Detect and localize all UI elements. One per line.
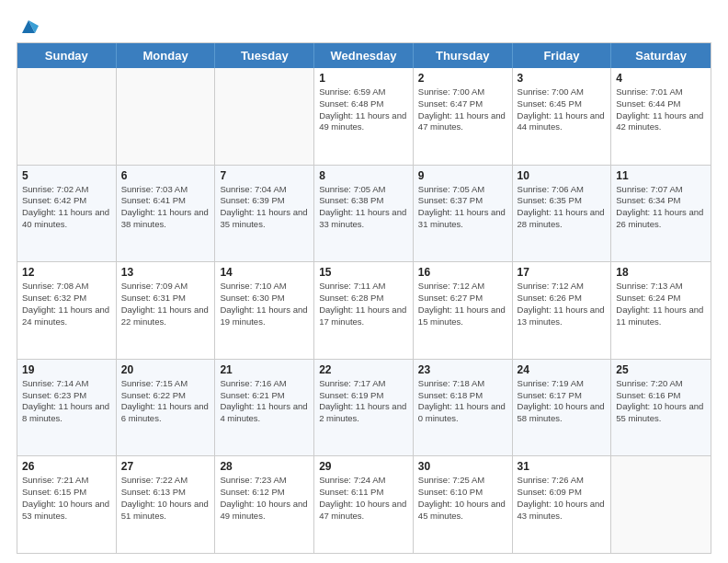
calendar-header-cell: Wednesday — [314, 43, 414, 68]
calendar-day-cell: 19Sunrise: 7:14 AM Sunset: 6:23 PM Dayli… — [17, 360, 117, 456]
calendar-day-cell: 1Sunrise: 6:59 AM Sunset: 6:48 PM Daylig… — [314, 68, 414, 165]
day-number: 22 — [319, 363, 408, 376]
calendar-day-cell: 27Sunrise: 7:22 AM Sunset: 6:13 PM Dayli… — [117, 456, 216, 553]
day-number: 5 — [22, 169, 111, 182]
calendar-day-cell: 10Sunrise: 7:06 AM Sunset: 6:35 PM Dayli… — [513, 166, 612, 262]
day-number: 16 — [418, 266, 507, 279]
calendar-header-cell: Thursday — [414, 43, 513, 68]
calendar-day-cell: 7Sunrise: 7:04 AM Sunset: 6:39 PM Daylig… — [215, 166, 314, 262]
day-number: 31 — [518, 460, 607, 473]
calendar-header-cell: Monday — [117, 43, 216, 68]
calendar-day-cell: 5Sunrise: 7:02 AM Sunset: 6:42 PM Daylig… — [17, 166, 117, 262]
day-number: 29 — [319, 460, 408, 473]
day-number: 30 — [418, 460, 507, 473]
day-info: Sunrise: 7:04 AM Sunset: 6:39 PM Dayligh… — [220, 184, 309, 231]
day-number: 14 — [220, 266, 309, 279]
day-info: Sunrise: 7:16 AM Sunset: 6:21 PM Dayligh… — [220, 378, 309, 425]
day-info: Sunrise: 7:08 AM Sunset: 6:32 PM Dayligh… — [22, 281, 111, 327]
day-info: Sunrise: 7:00 AM Sunset: 6:45 PM Dayligh… — [518, 86, 607, 133]
day-info: Sunrise: 7:05 AM Sunset: 6:38 PM Dayligh… — [319, 184, 408, 231]
day-info: Sunrise: 7:24 AM Sunset: 6:11 PM Dayligh… — [319, 475, 408, 522]
calendar-week: 1Sunrise: 6:59 AM Sunset: 6:48 PM Daylig… — [17, 68, 711, 165]
day-info: Sunrise: 7:11 AM Sunset: 6:28 PM Dayligh… — [319, 281, 408, 327]
day-info: Sunrise: 7:05 AM Sunset: 6:37 PM Dayligh… — [418, 184, 507, 231]
calendar: SundayMondayTuesdayWednesdayThursdayFrid… — [17, 42, 711, 554]
day-number: 2 — [418, 72, 507, 85]
calendar-header-cell: Sunday — [17, 43, 117, 68]
day-info: Sunrise: 7:22 AM Sunset: 6:13 PM Dayligh… — [121, 475, 210, 522]
calendar-day-cell: 23Sunrise: 7:18 AM Sunset: 6:18 PM Dayli… — [414, 360, 513, 456]
day-number: 25 — [616, 363, 706, 376]
day-number: 24 — [518, 363, 607, 376]
calendar-week: 5Sunrise: 7:02 AM Sunset: 6:42 PM Daylig… — [17, 165, 711, 262]
calendar-day-cell: 22Sunrise: 7:17 AM Sunset: 6:19 PM Dayli… — [314, 360, 414, 456]
day-number: 26 — [22, 460, 111, 473]
calendar-day-cell: 21Sunrise: 7:16 AM Sunset: 6:21 PM Dayli… — [215, 360, 314, 456]
day-number: 4 — [616, 72, 706, 85]
day-info: Sunrise: 7:10 AM Sunset: 6:30 PM Dayligh… — [220, 281, 309, 327]
day-info: Sunrise: 7:18 AM Sunset: 6:18 PM Dayligh… — [418, 378, 507, 425]
calendar-day-cell: 31Sunrise: 7:26 AM Sunset: 6:09 PM Dayli… — [513, 456, 612, 553]
day-info: Sunrise: 7:20 AM Sunset: 6:16 PM Dayligh… — [616, 378, 706, 425]
day-info: Sunrise: 7:25 AM Sunset: 6:10 PM Dayligh… — [418, 475, 507, 522]
calendar-day-cell: 12Sunrise: 7:08 AM Sunset: 6:32 PM Dayli… — [17, 262, 117, 359]
day-number: 10 — [518, 169, 607, 182]
day-info: Sunrise: 7:02 AM Sunset: 6:42 PM Dayligh… — [22, 184, 111, 231]
day-info: Sunrise: 7:21 AM Sunset: 6:15 PM Dayligh… — [22, 475, 111, 522]
calendar-day-cell: 11Sunrise: 7:07 AM Sunset: 6:34 PM Dayli… — [611, 166, 711, 262]
calendar-day-cell: 16Sunrise: 7:12 AM Sunset: 6:27 PM Dayli… — [414, 262, 513, 359]
calendar-empty-cell — [215, 68, 314, 165]
day-info: Sunrise: 7:19 AM Sunset: 6:17 PM Dayligh… — [518, 378, 607, 425]
calendar-day-cell: 14Sunrise: 7:10 AM Sunset: 6:30 PM Dayli… — [215, 262, 314, 359]
day-number: 21 — [220, 363, 309, 376]
header — [17, 17, 711, 33]
calendar-day-cell: 30Sunrise: 7:25 AM Sunset: 6:10 PM Dayli… — [414, 456, 513, 553]
calendar-day-cell: 20Sunrise: 7:15 AM Sunset: 6:22 PM Dayli… — [117, 360, 216, 456]
calendar-header-cell: Tuesday — [215, 43, 314, 68]
calendar-week: 26Sunrise: 7:21 AM Sunset: 6:15 PM Dayli… — [17, 455, 711, 553]
day-info: Sunrise: 7:12 AM Sunset: 6:26 PM Dayligh… — [518, 281, 607, 327]
day-number: 12 — [22, 266, 111, 279]
day-number: 1 — [319, 72, 408, 85]
day-number: 6 — [121, 169, 210, 182]
calendar-day-cell: 15Sunrise: 7:11 AM Sunset: 6:28 PM Dayli… — [314, 262, 414, 359]
day-number: 8 — [319, 169, 408, 182]
calendar-day-cell: 17Sunrise: 7:12 AM Sunset: 6:26 PM Dayli… — [513, 262, 612, 359]
calendar-day-cell: 24Sunrise: 7:19 AM Sunset: 6:17 PM Dayli… — [513, 360, 612, 456]
day-number: 11 — [616, 169, 706, 182]
day-info: Sunrise: 7:00 AM Sunset: 6:47 PM Dayligh… — [418, 86, 507, 133]
day-number: 7 — [220, 169, 309, 182]
day-info: Sunrise: 7:13 AM Sunset: 6:24 PM Dayligh… — [616, 281, 706, 327]
calendar-day-cell: 18Sunrise: 7:13 AM Sunset: 6:24 PM Dayli… — [611, 262, 711, 359]
calendar-day-cell: 4Sunrise: 7:01 AM Sunset: 6:44 PM Daylig… — [611, 68, 711, 165]
logo-icon — [18, 17, 39, 35]
calendar-day-cell: 29Sunrise: 7:24 AM Sunset: 6:11 PM Dayli… — [314, 456, 414, 553]
calendar-week: 19Sunrise: 7:14 AM Sunset: 6:23 PM Dayli… — [17, 359, 711, 456]
calendar-header: SundayMondayTuesdayWednesdayThursdayFrid… — [17, 43, 711, 68]
calendar-day-cell: 28Sunrise: 7:23 AM Sunset: 6:12 PM Dayli… — [215, 456, 314, 553]
calendar-header-cell: Saturday — [611, 43, 711, 68]
day-number: 9 — [418, 169, 507, 182]
day-number: 27 — [121, 460, 210, 473]
calendar-day-cell: 9Sunrise: 7:05 AM Sunset: 6:37 PM Daylig… — [414, 166, 513, 262]
calendar-day-cell: 8Sunrise: 7:05 AM Sunset: 6:38 PM Daylig… — [314, 166, 414, 262]
calendar-body: 1Sunrise: 6:59 AM Sunset: 6:48 PM Daylig… — [17, 68, 711, 553]
day-number: 23 — [418, 363, 507, 376]
day-info: Sunrise: 7:06 AM Sunset: 6:35 PM Dayligh… — [518, 184, 607, 231]
calendar-day-cell: 26Sunrise: 7:21 AM Sunset: 6:15 PM Dayli… — [17, 456, 117, 553]
day-number: 18 — [616, 266, 706, 279]
day-number: 17 — [518, 266, 607, 279]
calendar-header-cell: Friday — [513, 43, 612, 68]
day-info: Sunrise: 7:07 AM Sunset: 6:34 PM Dayligh… — [616, 184, 706, 231]
calendar-day-cell: 25Sunrise: 7:20 AM Sunset: 6:16 PM Dayli… — [611, 360, 711, 456]
calendar-day-cell: 13Sunrise: 7:09 AM Sunset: 6:31 PM Dayli… — [117, 262, 216, 359]
day-number: 15 — [319, 266, 408, 279]
day-info: Sunrise: 7:12 AM Sunset: 6:27 PM Dayligh… — [418, 281, 507, 327]
day-info: Sunrise: 7:17 AM Sunset: 6:19 PM Dayligh… — [319, 378, 408, 425]
day-info: Sunrise: 7:09 AM Sunset: 6:31 PM Dayligh… — [121, 281, 210, 327]
day-info: Sunrise: 7:14 AM Sunset: 6:23 PM Dayligh… — [22, 378, 111, 425]
day-info: Sunrise: 7:01 AM Sunset: 6:44 PM Dayligh… — [616, 86, 706, 133]
day-info: Sunrise: 6:59 AM Sunset: 6:48 PM Dayligh… — [319, 86, 408, 133]
day-number: 3 — [518, 72, 607, 85]
logo — [17, 17, 39, 33]
